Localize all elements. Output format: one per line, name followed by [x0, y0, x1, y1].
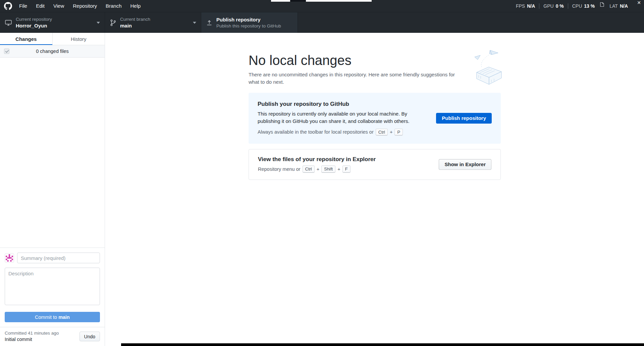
app-menu: File Edit View Repository Branch Help	[15, 0, 145, 12]
last-commit-message: Initial commit	[5, 337, 59, 342]
main-panel: No local changes There are no uncommitte…	[105, 33, 644, 346]
commit-form: Commit to main	[0, 248, 105, 327]
publish-toolbar-subtitle: Publish this repository to GitHub	[216, 23, 281, 28]
commit-description-input[interactable]	[5, 268, 100, 305]
kbd-f: F	[342, 165, 351, 173]
bottom-black-strip	[121, 343, 644, 346]
kbd-p: P	[394, 129, 403, 136]
page-subtitle: There are no uncommitted changes in this…	[249, 71, 461, 86]
fps-stat: FPSN/A	[512, 3, 539, 9]
menu-bar: File Edit View Repository Branch Help FP…	[0, 0, 644, 12]
kbd-ctrl: Ctrl	[303, 165, 315, 173]
sidebar-tab-bar: Changes History	[0, 33, 105, 45]
undo-commit-button[interactable]: Undo	[79, 332, 100, 341]
hint-text: Repository menu or	[258, 166, 301, 172]
publish-toolbar-title: Publish repository	[216, 17, 281, 22]
tab-changes[interactable]: Changes	[0, 33, 52, 45]
kbd-plus: +	[317, 166, 319, 172]
hint-text: Always available in the toolbar for loca…	[258, 129, 374, 135]
cpu-stat: CPU13 %	[568, 3, 599, 9]
kbd-plus: +	[390, 129, 392, 135]
current-branch-name: main	[120, 23, 150, 28]
show-in-explorer-button[interactable]: Show in Explorer	[439, 159, 491, 170]
chevron-down-icon	[193, 22, 196, 24]
explorer-card-hint: Repository menu or Ctrl + Shift + F	[258, 165, 431, 173]
github-logo-icon	[4, 2, 12, 10]
upload-icon	[206, 19, 213, 26]
user-avatar	[5, 253, 14, 263]
current-repository-name: Horror_Oyun	[16, 23, 52, 28]
kbd-ctrl: Ctrl	[376, 129, 388, 136]
changes-sidebar: Changes History 0 changed files	[0, 33, 105, 346]
git-branch-icon	[110, 19, 116, 26]
capture-artifact-strip	[271, 0, 372, 2]
menu-repository[interactable]: Repository	[68, 0, 101, 12]
paper-airplane-illustration	[471, 49, 503, 86]
kbd-shift: Shift	[321, 165, 335, 173]
performance-overlay: FPSN/A GPU0 % CPU13 % LATN/A	[512, 3, 632, 9]
menu-branch[interactable]: Branch	[101, 0, 126, 12]
publish-repository-button[interactable]: Publish repository	[436, 113, 492, 124]
menu-view[interactable]: View	[49, 0, 68, 12]
page-title: No local changes	[249, 53, 501, 68]
explorer-suggestion-card: View the files of your repository in Exp…	[249, 149, 501, 180]
changed-files-count: 0 changed files	[0, 49, 105, 54]
gpu-stat: GPU0 %	[539, 3, 568, 9]
last-commit-time: Committed 41 minutes ago	[5, 331, 59, 336]
chevron-down-icon	[97, 22, 100, 24]
commit-button[interactable]: Commit to main	[5, 312, 100, 322]
current-repository-label: Current repository	[16, 17, 52, 22]
kbd-plus: +	[337, 166, 340, 172]
window-close-button[interactable]: ✕	[637, 0, 641, 5]
publish-repository-toolbar-button[interactable]: Publish repository Publish this reposito…	[201, 12, 298, 33]
capture-artifact-notch	[290, 0, 306, 2]
commit-summary-input[interactable]	[17, 253, 100, 263]
changed-files-header[interactable]: 0 changed files	[0, 45, 105, 58]
overlay-page-icon	[600, 2, 604, 7]
publish-card-title: Publish your repository to GitHub	[258, 101, 428, 108]
repository-toolbar: Current repository Horror_Oyun Current b…	[0, 12, 644, 33]
monitor-icon	[5, 19, 12, 26]
menu-file[interactable]: File	[15, 0, 32, 12]
current-branch-label: Current branch	[120, 17, 150, 22]
menu-help[interactable]: Help	[126, 0, 145, 12]
include-all-checkbox[interactable]	[4, 49, 9, 54]
current-branch-dropdown[interactable]: Current branch main	[105, 12, 201, 33]
menu-edit[interactable]: Edit	[32, 0, 49, 12]
last-commit-bar: Committed 41 minutes ago Initial commit …	[0, 327, 105, 346]
explorer-card-title: View the files of your repository in Exp…	[258, 156, 431, 163]
tab-history[interactable]: History	[52, 33, 105, 45]
publish-card-hint: Always available in the toolbar for loca…	[258, 129, 428, 136]
lat-stat: LATN/A	[605, 3, 632, 9]
current-repository-dropdown[interactable]: Current repository Horror_Oyun	[0, 12, 105, 33]
publish-card-body: This repository is currently only availa…	[258, 110, 428, 125]
changes-file-list	[0, 58, 105, 248]
publish-suggestion-card: Publish your repository to GitHub This r…	[249, 93, 501, 144]
